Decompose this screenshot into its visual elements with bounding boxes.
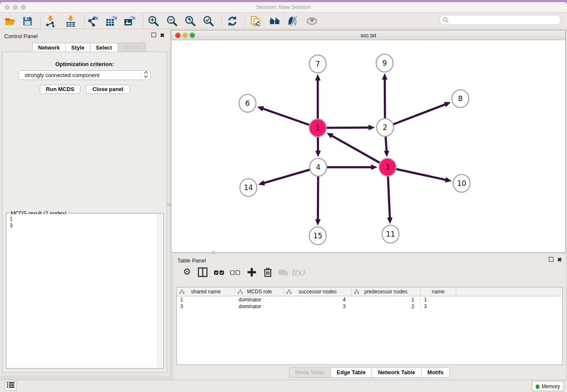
table-row[interactable]: 3dominator323 xyxy=(177,303,562,310)
import-table-icon[interactable] xyxy=(64,15,77,28)
import-network-icon[interactable] xyxy=(44,15,57,28)
search-field[interactable] xyxy=(439,15,561,25)
list-icon xyxy=(7,382,14,388)
toolbar-separator xyxy=(221,14,222,28)
export-image-icon[interactable] xyxy=(123,15,136,28)
clone-network-icon[interactable] xyxy=(250,15,262,28)
table-cell[interactable]: 1 xyxy=(352,296,421,303)
close-panel-button[interactable]: Close panel xyxy=(86,85,130,94)
tab-motifs[interactable]: Motifs xyxy=(421,367,450,378)
column-header-successor-nodes[interactable]: successor nodes xyxy=(284,287,352,296)
criterion-value: strongly connected component xyxy=(25,72,99,78)
column-header-name[interactable]: name xyxy=(421,287,456,296)
control-panel-tabs: Network Style Select MCDS xyxy=(32,43,146,52)
table-panel-title: Table Panel xyxy=(177,257,206,264)
criterion-dropdown[interactable]: strongly connected component xyxy=(19,70,151,80)
tab-mcds[interactable]: MCDS xyxy=(118,43,146,52)
zoom-fit-icon[interactable] xyxy=(184,15,196,28)
table-row[interactable]: 1dominator411 xyxy=(177,296,562,303)
zoom-selected-icon[interactable] xyxy=(202,15,215,28)
show-all-networks-icon[interactable] xyxy=(268,15,281,28)
function-builder-icon[interactable]: f(x) xyxy=(292,267,304,279)
table-cell[interactable]: 3 xyxy=(177,303,235,310)
edge-arrowhead xyxy=(387,218,393,224)
show-hide-icon[interactable] xyxy=(306,15,318,28)
float-table-panel-icon[interactable] xyxy=(549,257,553,263)
edge-arrowhead xyxy=(315,74,321,80)
table-body[interactable]: 1dominator4113dominator323 xyxy=(177,296,562,310)
graph-node-label: 8 xyxy=(458,94,463,103)
select-all-checkboxes-icon[interactable] xyxy=(213,267,226,279)
search-input[interactable] xyxy=(451,16,556,24)
run-mcds-button[interactable]: Run MCDS xyxy=(40,85,80,94)
close-table-panel-icon[interactable]: ✖ xyxy=(557,257,562,263)
mcds-result-group: MCDS result (2 nodes) 13 xyxy=(6,213,164,369)
mcds-result-lines: 13 xyxy=(10,215,13,229)
table-cell[interactable]: 1 xyxy=(421,296,456,303)
edge-arrowhead xyxy=(445,177,452,182)
table-cell[interactable]: 3 xyxy=(421,303,456,310)
task-history-button[interactable] xyxy=(5,381,17,391)
export-table-icon[interactable] xyxy=(105,15,118,28)
network-titlebar[interactable]: x − + scc.txt xyxy=(171,30,565,40)
edge-3-1[interactable] xyxy=(331,135,388,167)
open-session-icon[interactable] xyxy=(4,15,17,28)
table-cell[interactable]: dominator xyxy=(235,296,284,303)
table-cell[interactable]: 2 xyxy=(352,303,421,310)
vertical-splitter-grip[interactable] xyxy=(168,203,171,206)
tab-style[interactable]: Style xyxy=(66,43,90,52)
toolbar-separator xyxy=(84,14,85,28)
table-tabs: Node Table Edge Table Network Table Moti… xyxy=(173,367,566,378)
column-header-predecessor-nodes[interactable]: predecessor nodes xyxy=(352,287,421,296)
search-icon xyxy=(443,17,449,23)
window-title: Session: New Session xyxy=(0,4,567,10)
toggle-visual-properties-icon[interactable] xyxy=(286,15,299,28)
float-panel-icon[interactable] xyxy=(151,33,156,39)
deselect-all-checkboxes-icon[interactable] xyxy=(229,267,242,279)
graph-node-label: 4 xyxy=(316,163,321,171)
horizontal-splitter-grip[interactable] xyxy=(212,251,215,254)
graph-node-label: 9 xyxy=(383,59,387,67)
tab-node-table[interactable]: Node Table xyxy=(289,367,331,378)
export-network-icon[interactable] xyxy=(87,15,99,28)
tab-edge-table[interactable]: Edge Table xyxy=(331,367,372,378)
tab-network[interactable]: Network xyxy=(32,43,66,52)
edge-2-8[interactable] xyxy=(385,104,446,127)
result-scrollbar[interactable] xyxy=(157,214,162,368)
toolbar-separator xyxy=(40,14,41,28)
node-table: shared name MCDS role successor nodes pr… xyxy=(176,287,563,365)
hierarchy-icon xyxy=(238,290,243,294)
column-header-shared-name[interactable]: shared name xyxy=(177,287,235,296)
save-session-icon[interactable] xyxy=(21,15,34,28)
edge-arrowhead xyxy=(369,125,375,130)
split-columns-icon[interactable] xyxy=(196,267,209,279)
network-canvas-svg[interactable]: 1234678910111415 xyxy=(171,40,565,252)
mcds-pane: Optimization criterion: strongly connect… xyxy=(2,52,167,373)
refresh-icon[interactable] xyxy=(226,15,239,28)
zoom-out-icon[interactable] xyxy=(165,15,178,28)
table-header-row: shared name MCDS role successor nodes pr… xyxy=(177,287,562,296)
gear-icon[interactable]: ⚙ xyxy=(181,267,193,279)
zoom-in-icon[interactable] xyxy=(147,15,160,28)
network-window: x − + scc.txt 1234678910111415 xyxy=(171,30,566,253)
table-cell[interactable]: 4 xyxy=(284,296,352,303)
graph-node-label: 6 xyxy=(245,99,250,108)
table-cell[interactable]: 1 xyxy=(177,296,235,303)
add-column-icon[interactable] xyxy=(245,267,258,279)
memory-status-icon xyxy=(536,384,539,389)
delete-column-icon[interactable] xyxy=(261,267,274,279)
graph-node-label: 1 xyxy=(316,124,320,132)
close-panel-icon[interactable]: ✖ xyxy=(160,33,165,39)
control-panel-title: Control Panel xyxy=(4,33,38,39)
tab-select[interactable]: Select xyxy=(90,43,118,52)
tab-network-table[interactable]: Network Table xyxy=(372,367,421,378)
delete-table-icon[interactable] xyxy=(277,267,290,279)
result-line: 3 xyxy=(10,222,13,229)
mcds-result-textarea[interactable]: 13 xyxy=(7,214,163,368)
column-header-mcds-role[interactable]: MCDS role xyxy=(235,287,284,296)
table-cell[interactable]: dominator xyxy=(235,303,284,310)
graph-node-label: 2 xyxy=(383,123,388,132)
table-cell[interactable]: 3 xyxy=(284,303,352,310)
memory-button[interactable]: Memory xyxy=(532,381,564,391)
result-line: 1 xyxy=(10,215,13,222)
